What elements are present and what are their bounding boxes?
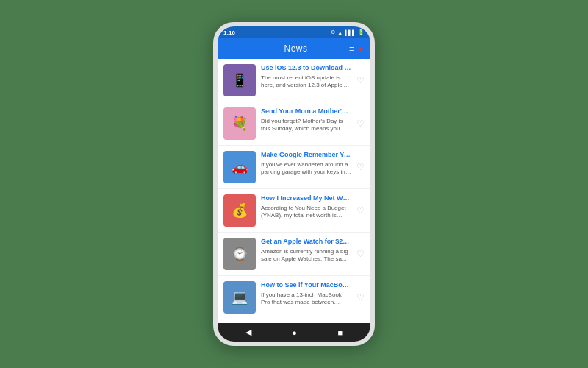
news-thumb-1: 📱 [223, 64, 256, 96]
news-favorite-1[interactable]: ♡ [356, 75, 365, 85]
app-header: News ≡ ♥ [218, 38, 370, 59]
news-title-3: Make Google Remember Your Park... [261, 151, 351, 160]
news-thumb-2: 💐 [223, 107, 256, 140]
status-time: 1:10 [223, 29, 235, 36]
news-desc-2: Did you forget? Mother's Day is this Sun… [261, 118, 351, 133]
news-desc-4: According to You Need a Budget (YNAB), m… [261, 205, 351, 220]
header-actions: ≡ ♥ [349, 44, 363, 53]
news-title-5: Get an Apple Watch for $200 Right ... [261, 238, 351, 247]
news-title-4: How I Increased My Net Worth by $... [261, 194, 351, 203]
news-favorite-2[interactable]: ♡ [356, 118, 365, 129]
news-content-3: Make Google Remember Your Park... If you… [261, 151, 351, 176]
news-item-2[interactable]: 💐 Send Your Mom a Mother's Day Car... Di… [218, 102, 370, 146]
status-icons: ⚙ ▲ ▌▌▌ 🔋 [331, 29, 365, 35]
wifi-icon: ▲ [337, 30, 343, 35]
news-item-5[interactable]: ⌚ Get an Apple Watch for $200 Right ... … [218, 233, 370, 276]
news-thumb-6: 💻 [223, 281, 256, 314]
battery-icon: 🔋 [358, 29, 365, 35]
settings-icon: ⚙ [331, 29, 335, 35]
phone-frame: 1:10 ⚙ ▲ ▌▌▌ 🔋 News ≡ ♥ 📱 Use iOS 12.3 t… [213, 22, 375, 346]
menu-button[interactable]: ■ [338, 328, 343, 337]
favorite-icon[interactable]: ♥ [358, 44, 363, 53]
bottom-nav: ◀ ● ■ [218, 323, 370, 342]
news-thumb-3: 🚗 [223, 151, 256, 183]
news-thumb-5: ⌚ [223, 238, 256, 270]
news-desc-3: If you've ever wandered around a parking… [261, 161, 351, 177]
news-item-3[interactable]: 🚗 Make Google Remember Your Park... If y… [218, 146, 370, 189]
news-desc-5: Amazon is currently running a big sale o… [261, 248, 351, 263]
news-title-1: Use iOS 12.3 to Download HBO Sho... [261, 64, 351, 73]
news-content-6: How to See if Your MacBook is Eligi... I… [261, 281, 351, 306]
back-button[interactable]: ◀ [245, 328, 251, 337]
news-content-5: Get an Apple Watch for $200 Right ... Am… [261, 238, 351, 263]
news-favorite-6[interactable]: ♡ [356, 292, 365, 302]
news-content-1: Use iOS 12.3 to Download HBO Sho... The … [261, 64, 351, 89]
news-favorite-4[interactable]: ♡ [356, 205, 365, 216]
news-item-1[interactable]: 📱 Use iOS 12.3 to Download HBO Sho... Th… [218, 59, 370, 102]
filter-icon[interactable]: ≡ [349, 44, 354, 53]
news-list: 📱 Use iOS 12.3 to Download HBO Sho... Th… [218, 59, 370, 323]
signal-icon: ▌▌▌ [345, 30, 356, 35]
news-item-6[interactable]: 💻 How to See if Your MacBook is Eligi...… [218, 276, 370, 319]
news-title-6: How to See if Your MacBook is Eligi... [261, 281, 351, 290]
news-content-2: Send Your Mom a Mother's Day Car... Did … [261, 107, 351, 132]
status-bar: 1:10 ⚙ ▲ ▌▌▌ 🔋 [218, 26, 370, 38]
news-content-4: How I Increased My Net Worth by $... Acc… [261, 194, 351, 219]
home-button[interactable]: ● [292, 328, 297, 337]
news-title-2: Send Your Mom a Mother's Day Car... [261, 107, 351, 116]
news-item-4[interactable]: 💰 How I Increased My Net Worth by $... A… [218, 189, 370, 233]
news-desc-1: The most recent iOS update is here, and … [261, 74, 351, 90]
news-favorite-3[interactable]: ♡ [356, 162, 365, 172]
news-desc-6: If you have a 13-inch MacBook Pro that w… [261, 291, 351, 307]
news-thumb-4: 💰 [223, 194, 256, 227]
news-favorite-5[interactable]: ♡ [356, 249, 365, 259]
app-title: News [243, 43, 349, 54]
